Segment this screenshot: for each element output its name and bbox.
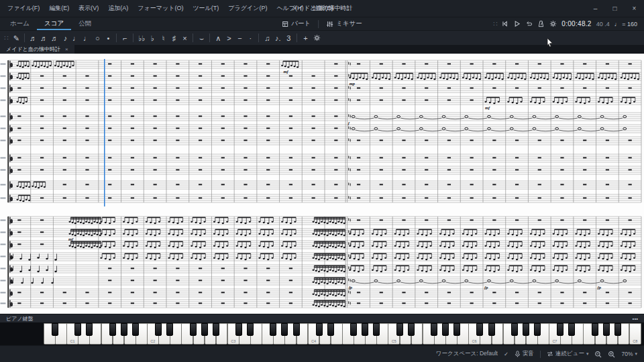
duration-quarter-button[interactable]: ♩: [70, 31, 81, 46]
piano-key-black[interactable]: [109, 323, 116, 336]
menu-item-0[interactable]: ファイル(F): [3, 0, 44, 17]
piano-key-black[interactable]: [557, 323, 564, 336]
piano-key-black[interactable]: [511, 323, 518, 336]
minimize-button[interactable]: –: [586, 0, 605, 17]
menu-item-1[interactable]: 編集(E): [44, 0, 74, 17]
zoom-in-button[interactable]: [608, 351, 615, 358]
menu-item-4[interactable]: フォーマット(O): [133, 0, 188, 17]
piano-key-black[interactable]: [614, 323, 621, 336]
piano-key-black[interactable]: [201, 323, 208, 336]
piano-key-black[interactable]: [166, 323, 173, 336]
piano-key-black[interactable]: [132, 323, 139, 336]
piano-key-black[interactable]: [442, 323, 449, 336]
tempo-display[interactable]: ♩ = 160: [614, 21, 637, 27]
piano-key-black[interactable]: [121, 323, 127, 336]
menu-item-6[interactable]: プラグイン(P): [223, 0, 272, 17]
duration-whole-button[interactable]: ○: [92, 31, 103, 46]
tab-close-icon[interactable]: ×: [65, 46, 68, 52]
piano-key-black[interactable]: [534, 323, 541, 336]
view-mode-select[interactable]: 連続ビュー ▾: [547, 350, 588, 358]
toolbar-separator: [24, 34, 25, 42]
tab-home[interactable]: ホーム: [3, 17, 37, 30]
duration-64th-button[interactable]: ♬: [28, 31, 38, 46]
piano-key-black[interactable]: [431, 323, 437, 336]
flat-button[interactable]: ♭: [147, 31, 158, 46]
drag-handle-icon[interactable]: ∷: [4, 34, 7, 42]
tie-button[interactable]: ⌣: [196, 31, 207, 46]
duration-32nd-button[interactable]: ♬: [38, 31, 49, 46]
piano-key-black[interactable]: [373, 323, 380, 336]
piano-key-black[interactable]: [293, 323, 300, 336]
concert-pitch-toggle[interactable]: 実音: [515, 350, 534, 358]
duration-half-button[interactable]: ♩: [81, 31, 92, 46]
menu-item-3[interactable]: 追加(A): [103, 0, 133, 17]
dotted-note-button[interactable]: ♪.: [272, 31, 283, 46]
playback-settings-button[interactable]: [549, 20, 557, 27]
piano-key-black[interactable]: [603, 323, 610, 336]
piano-key-black[interactable]: [327, 323, 334, 336]
piano-key-black[interactable]: [488, 323, 495, 336]
document-tab[interactable]: メイドと血の懐中時計 ×: [0, 45, 74, 54]
piano-key-white[interactable]: C8: [629, 323, 641, 345]
piano-key-black[interactable]: [362, 323, 368, 336]
menu-item-2[interactable]: 表示(V): [74, 0, 103, 17]
piano-key-black[interactable]: [247, 323, 254, 336]
panel-more-button[interactable]: •••: [633, 316, 638, 322]
parts-button[interactable]: パート: [276, 17, 317, 30]
piano-key-black[interactable]: [281, 323, 288, 336]
double-sharp-button[interactable]: ×: [179, 31, 190, 46]
natural-button[interactable]: ♮: [158, 31, 168, 46]
main-tabs: ホームスコア公開: [0, 17, 99, 30]
drag-handle-icon[interactable]: ∷: [493, 20, 496, 27]
piano-key-black[interactable]: [408, 323, 415, 336]
tenuto-button[interactable]: −: [234, 31, 245, 46]
workspace-button[interactable]: ワークスペース: Default: [436, 350, 498, 358]
tab-score[interactable]: スコア: [37, 17, 71, 30]
piano-key-black[interactable]: [270, 323, 276, 336]
piano-key-black[interactable]: [74, 323, 81, 336]
piano-key-black[interactable]: [213, 323, 219, 336]
score-view[interactable]: mfmpmffmffpfpfp: [0, 54, 644, 314]
note-input-button[interactable]: ✎: [11, 31, 21, 46]
piano-key-black[interactable]: [453, 323, 460, 336]
piano-key-black[interactable]: [476, 323, 483, 336]
piano-key-black[interactable]: [592, 323, 598, 336]
beam-button[interactable]: ♫: [262, 31, 272, 46]
piano-key-black[interactable]: [568, 323, 575, 336]
customize-toolbar-button[interactable]: [313, 34, 321, 42]
rest-button[interactable]: ⌐: [119, 31, 130, 46]
play-button[interactable]: [513, 20, 521, 27]
duration-16th-button[interactable]: ♬: [49, 31, 60, 46]
accent-button[interactable]: >: [223, 31, 234, 46]
loop-playback-button[interactable]: [525, 20, 533, 27]
flat-flat-button[interactable]: ♭♭: [136, 31, 147, 46]
piano-key-black[interactable]: [155, 323, 162, 336]
parts-icon: [282, 21, 288, 27]
zoom-out-button[interactable]: [594, 351, 602, 358]
tab-publish[interactable]: 公開: [71, 17, 99, 30]
piano-key-black[interactable]: [396, 323, 403, 336]
tuplet-button[interactable]: 3: [283, 31, 294, 46]
piano-key-black[interactable]: [523, 323, 529, 336]
augmentation-dot-button[interactable]: •: [103, 31, 113, 46]
mixer-icon: [326, 21, 333, 27]
piano-key-black[interactable]: [316, 323, 323, 336]
check-icon[interactable]: ✓: [504, 351, 508, 357]
piano-key-black[interactable]: [235, 323, 242, 336]
metronome-button[interactable]: [537, 20, 545, 27]
rewind-button[interactable]: [501, 20, 508, 27]
piano-key-black[interactable]: [190, 323, 197, 336]
menu-item-5[interactable]: ツール(T): [188, 0, 223, 17]
staccato-button[interactable]: ·: [245, 31, 256, 46]
mixer-button[interactable]: ミキサー: [320, 17, 368, 30]
duration-eighth-button[interactable]: ♪: [60, 31, 70, 46]
zoom-level-select[interactable]: 70% ▾: [621, 351, 637, 357]
maximize-button[interactable]: □: [605, 0, 625, 17]
piano-key-black[interactable]: [52, 323, 58, 336]
piano-key-black[interactable]: [350, 323, 357, 336]
sharp-button[interactable]: ♯: [168, 31, 179, 46]
close-button[interactable]: ×: [625, 0, 644, 17]
marcato-button[interactable]: ∧: [213, 31, 223, 46]
add-button[interactable]: +: [300, 31, 311, 46]
piano-key-black[interactable]: [86, 323, 93, 336]
